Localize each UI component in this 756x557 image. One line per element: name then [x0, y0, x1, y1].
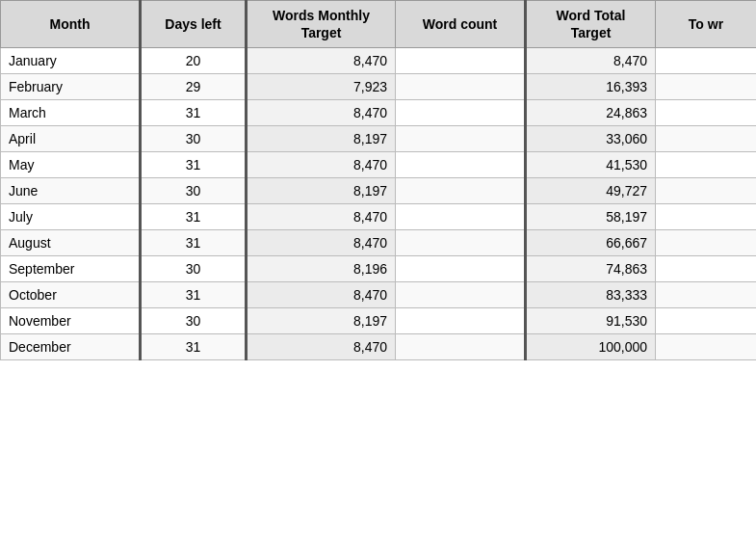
- table-wrapper: Month Days left Words Monthly Target Wor…: [0, 0, 756, 360]
- cell-total-wr: [656, 178, 757, 204]
- cell-days-left: 31: [141, 282, 247, 308]
- cell-words-monthly: 7,923: [247, 74, 396, 100]
- cell-word-count: [396, 308, 526, 334]
- cell-days-left: 31: [141, 204, 247, 230]
- cell-month: March: [1, 100, 141, 126]
- cell-month: February: [1, 74, 141, 100]
- cell-total-wr: [656, 282, 757, 308]
- table-row: February297,92316,393: [1, 74, 757, 100]
- cell-days-left: 31: [141, 152, 247, 178]
- cell-month: November: [1, 308, 141, 334]
- cell-month: August: [1, 230, 141, 256]
- cell-word-total: 100,000: [526, 334, 656, 360]
- cell-word-count: [396, 100, 526, 126]
- cell-total-wr: [656, 74, 757, 100]
- cell-word-total: 66,667: [526, 230, 656, 256]
- header-word-total-target: Word Total Target: [526, 1, 656, 48]
- table-row: May318,47041,530: [1, 152, 757, 178]
- cell-words-monthly: 8,470: [247, 230, 396, 256]
- cell-total-wr: [656, 152, 757, 178]
- cell-word-count: [396, 230, 526, 256]
- table-row: June308,19749,727: [1, 178, 757, 204]
- cell-month: June: [1, 178, 141, 204]
- table-row: July318,47058,197: [1, 204, 757, 230]
- cell-word-total: 24,863: [526, 100, 656, 126]
- cell-days-left: 31: [141, 334, 247, 360]
- table-row: March318,47024,863: [1, 100, 757, 126]
- cell-month: October: [1, 282, 141, 308]
- cell-word-total: 41,530: [526, 152, 656, 178]
- cell-word-count: [396, 126, 526, 152]
- cell-days-left: 30: [141, 178, 247, 204]
- cell-days-left: 29: [141, 74, 247, 100]
- cell-word-total: 83,333: [526, 282, 656, 308]
- cell-words-monthly: 8,197: [247, 308, 396, 334]
- cell-total-wr: [656, 308, 757, 334]
- header-days-left: Days left: [141, 1, 247, 48]
- cell-days-left: 20: [141, 48, 247, 74]
- cell-total-wr: [656, 48, 757, 74]
- table-row: April308,19733,060: [1, 126, 757, 152]
- cell-word-total: 74,863: [526, 256, 656, 282]
- cell-month: July: [1, 204, 141, 230]
- cell-month: September: [1, 256, 141, 282]
- cell-words-monthly: 8,196: [247, 256, 396, 282]
- table-row: January208,4708,470: [1, 48, 757, 74]
- cell-total-wr: [656, 230, 757, 256]
- cell-word-count: [396, 334, 526, 360]
- header-words-monthly-target: Words Monthly Target: [247, 1, 396, 48]
- table-row: December318,470100,000: [1, 334, 757, 360]
- header-month: Month: [1, 1, 141, 48]
- cell-word-count: [396, 48, 526, 74]
- table-row: November308,19791,530: [1, 308, 757, 334]
- cell-word-count: [396, 282, 526, 308]
- cell-words-monthly: 8,470: [247, 48, 396, 74]
- cell-month: December: [1, 334, 141, 360]
- cell-days-left: 31: [141, 100, 247, 126]
- table-row: August318,47066,667: [1, 230, 757, 256]
- cell-words-monthly: 8,470: [247, 334, 396, 360]
- header-word-count: Word count: [396, 1, 526, 48]
- cell-words-monthly: 8,197: [247, 126, 396, 152]
- cell-total-wr: [656, 100, 757, 126]
- cell-word-count: [396, 256, 526, 282]
- cell-words-monthly: 8,470: [247, 152, 396, 178]
- cell-total-wr: [656, 334, 757, 360]
- cell-word-total: 49,727: [526, 178, 656, 204]
- cell-word-total: 16,393: [526, 74, 656, 100]
- cell-days-left: 30: [141, 126, 247, 152]
- cell-days-left: 30: [141, 256, 247, 282]
- cell-words-monthly: 8,470: [247, 100, 396, 126]
- cell-total-wr: [656, 256, 757, 282]
- cell-words-monthly: 8,470: [247, 204, 396, 230]
- cell-words-monthly: 8,470: [247, 282, 396, 308]
- main-table: Month Days left Words Monthly Target Wor…: [0, 0, 756, 360]
- header-total-wr: To wr: [656, 1, 757, 48]
- table-row: September308,19674,863: [1, 256, 757, 282]
- cell-word-total: 91,530: [526, 308, 656, 334]
- cell-words-monthly: 8,197: [247, 178, 396, 204]
- cell-word-count: [396, 74, 526, 100]
- cell-month: May: [1, 152, 141, 178]
- cell-month: April: [1, 126, 141, 152]
- cell-days-left: 30: [141, 308, 247, 334]
- cell-total-wr: [656, 126, 757, 152]
- cell-word-count: [396, 152, 526, 178]
- cell-days-left: 31: [141, 230, 247, 256]
- cell-word-total: 58,197: [526, 204, 656, 230]
- cell-word-count: [396, 204, 526, 230]
- table-row: October318,47083,333: [1, 282, 757, 308]
- cell-word-count: [396, 178, 526, 204]
- cell-word-total: 33,060: [526, 126, 656, 152]
- cell-total-wr: [656, 204, 757, 230]
- cell-word-total: 8,470: [526, 48, 656, 74]
- cell-month: January: [1, 48, 141, 74]
